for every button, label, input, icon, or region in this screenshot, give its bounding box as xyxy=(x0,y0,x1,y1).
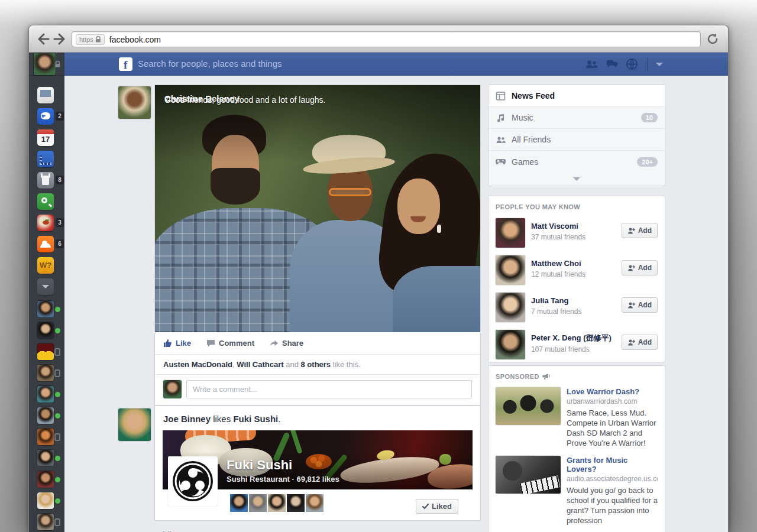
page-name[interactable]: Fuki Sushi xyxy=(227,458,339,473)
soundcloud-badge: 6 xyxy=(56,239,64,248)
news-feed-icon xyxy=(496,91,506,101)
chevron-down-icon xyxy=(573,177,580,181)
comment-button[interactable]: Comment xyxy=(206,339,254,348)
add-friend-button[interactable]: Add xyxy=(622,223,658,238)
megaphone-icon xyxy=(542,373,551,380)
pymk-row: Matt Viscomi37 mutual friends Add xyxy=(496,218,658,248)
contact-item[interactable] xyxy=(29,299,64,320)
sidebar-app-food[interactable]: 3 xyxy=(29,213,64,235)
back-button[interactable] xyxy=(36,32,50,46)
sponsored-ad[interactable]: Love Warrior Dash? urbanwarriordash.com … xyxy=(496,387,658,449)
like-link-cropped[interactable]: Like xyxy=(163,530,178,532)
page-link[interactable]: Fuki Sushi xyxy=(233,414,278,424)
contact-item[interactable] xyxy=(29,427,64,448)
sponsored-ad[interactable]: Grants for Music Lovers? audio.associate… xyxy=(496,456,658,526)
suggested-friend-avatar[interactable] xyxy=(496,255,525,285)
contact-item[interactable] xyxy=(29,448,64,469)
nav-expand-button[interactable] xyxy=(489,173,665,186)
sidebar-app-calendar[interactable]: 17 xyxy=(29,128,64,150)
user-avatar[interactable] xyxy=(34,53,56,75)
thumbs-up-icon xyxy=(163,339,172,348)
facebook-header: f Search for people, places and things xyxy=(64,53,728,76)
contact-item[interactable] xyxy=(29,469,64,491)
page-friend-avatars xyxy=(230,494,323,512)
sidebar-app-words[interactable]: W? xyxy=(29,256,64,277)
post-author-avatar[interactable] xyxy=(118,86,151,119)
ad-title[interactable]: Grants for Music Lovers? xyxy=(567,456,658,473)
messages-icon[interactable] xyxy=(605,57,619,71)
pymk-row: Julia Tang7 mutual friends Add xyxy=(496,293,658,322)
liker-name[interactable]: Austen MacDonald xyxy=(163,360,232,369)
page-profile-logo[interactable] xyxy=(168,456,218,506)
suggested-friend-name[interactable]: Peter X. Deng (鄧修平) xyxy=(531,333,612,342)
nav-item-music[interactable]: Music 10 xyxy=(489,107,665,129)
add-friend-button[interactable]: Add xyxy=(622,335,658,350)
suggested-friend-avatar[interactable] xyxy=(496,218,525,248)
add-friend-button[interactable]: Add xyxy=(622,260,658,275)
contact-item[interactable] xyxy=(29,384,64,406)
contact-item[interactable] xyxy=(29,512,64,532)
suggested-friend-name[interactable]: Julia Tang xyxy=(531,296,568,305)
sidebar-app-messenger[interactable]: 2 xyxy=(29,107,64,128)
sidebar-app-more[interactable] xyxy=(29,277,64,299)
liker-name[interactable]: Will Cathcart xyxy=(237,360,283,369)
contact-item[interactable] xyxy=(29,342,64,363)
sidebar-app-newsfeed[interactable] xyxy=(29,86,64,107)
actor-name[interactable]: Joe Binney xyxy=(163,414,211,424)
sidebar-app-soundcloud[interactable]: 6 xyxy=(29,235,64,256)
post-author-avatar[interactable] xyxy=(118,408,151,441)
contact-item[interactable] xyxy=(29,320,64,342)
contact-item[interactable] xyxy=(29,363,64,384)
friend-avatar[interactable] xyxy=(268,494,286,512)
share-button[interactable]: Share xyxy=(270,339,303,348)
browser-window: https facebook.com 2 17 8 3 6 xyxy=(28,25,729,532)
post-timestamp: YESTERDAY xyxy=(164,97,212,103)
post-photo[interactable]: Christine Delancy Good friends, good foo… xyxy=(155,85,480,332)
chevron-down-icon xyxy=(37,278,54,295)
ad-image[interactable] xyxy=(496,387,561,425)
header-divider xyxy=(647,58,648,71)
online-dot-icon xyxy=(55,498,60,504)
sidebar-app-search[interactable] xyxy=(29,192,64,213)
facebook-logo[interactable]: f xyxy=(119,57,132,71)
other-likers[interactable]: 8 others xyxy=(301,360,331,369)
account-menu-caret-icon[interactable] xyxy=(656,63,663,66)
ad-image[interactable] xyxy=(496,456,561,494)
nav-item-games[interactable]: Games 20+ xyxy=(489,151,665,173)
friend-requests-icon[interactable] xyxy=(585,57,599,71)
ad-title[interactable]: Love Warrior Dash? xyxy=(567,387,658,396)
contact-item[interactable] xyxy=(29,406,64,427)
online-dot-icon xyxy=(55,307,60,312)
sidebar-app-events[interactable] xyxy=(29,150,64,171)
liked-button[interactable]: Liked xyxy=(416,499,458,514)
reload-button[interactable] xyxy=(706,32,720,46)
contact-avatar xyxy=(37,386,54,403)
events-icon xyxy=(37,151,54,167)
friend-avatar[interactable] xyxy=(230,494,248,512)
friend-avatar[interactable] xyxy=(306,494,323,512)
sidebar-profile[interactable] xyxy=(29,53,64,76)
search-input[interactable]: Search for people, places and things xyxy=(138,59,282,69)
feed-nav-card: News Feed Music 10 All Friends xyxy=(488,85,665,186)
chat-contacts xyxy=(29,299,64,532)
suggested-friend-avatar[interactable] xyxy=(496,293,525,322)
forward-button[interactable] xyxy=(53,32,67,46)
contact-item[interactable] xyxy=(29,491,64,512)
sponsored-card: SPONSORED Love Warrior Dash? urbanwarrio… xyxy=(488,365,665,532)
nav-item-news-feed[interactable]: News Feed xyxy=(489,85,665,107)
contact-avatar xyxy=(37,301,54,317)
suggested-friend-name[interactable]: Matthew Choi xyxy=(531,259,581,268)
notifications-globe-icon[interactable] xyxy=(625,57,639,71)
friend-avatar[interactable] xyxy=(287,494,305,512)
nav-item-all-friends[interactable]: All Friends xyxy=(489,129,665,151)
suggested-friend-name[interactable]: Matt Viscomi xyxy=(531,222,578,231)
comment-input[interactable] xyxy=(186,380,472,398)
suggested-friend-avatar[interactable] xyxy=(496,330,525,359)
like-button[interactable]: Like xyxy=(163,339,191,348)
friend-avatar[interactable] xyxy=(249,494,267,512)
url-text: facebook.com xyxy=(109,35,161,44)
add-friend-button[interactable]: Add xyxy=(622,297,658,313)
address-bar[interactable]: https facebook.com xyxy=(72,31,701,47)
sidebar-app-music[interactable]: 8 xyxy=(29,171,64,192)
calendar-icon: 17 xyxy=(37,129,54,146)
